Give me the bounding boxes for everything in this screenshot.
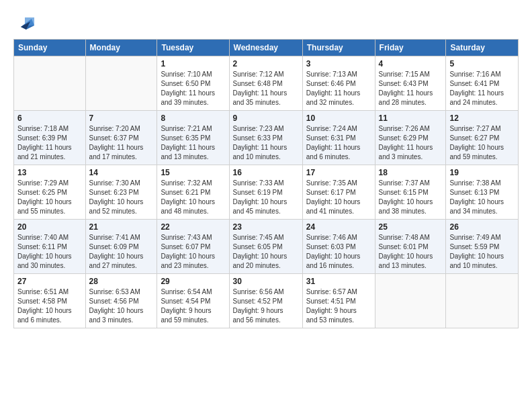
day-info: Sunrise: 7:27 AMSunset: 6:27 PMDaylight:…: [449, 124, 515, 162]
day-number: 19: [449, 168, 515, 177]
logo: [13, 11, 37, 32]
day-cell: 14Sunrise: 7:30 AMSunset: 6:23 PMDayligh…: [85, 165, 157, 220]
day-info: Sunrise: 7:23 AMSunset: 6:33 PMDaylight:…: [233, 124, 299, 162]
day-cell: 21Sunrise: 7:41 AMSunset: 6:09 PMDayligh…: [85, 220, 157, 274]
weekday-header-row: SundayMondayTuesdayWednesdayThursdayFrid…: [14, 40, 519, 56]
day-number: 2: [233, 59, 299, 68]
weekday-header-wednesday: Wednesday: [229, 40, 302, 56]
day-info: Sunrise: 7:43 AMSunset: 6:07 PMDaylight:…: [161, 233, 225, 271]
day-number: 22: [161, 222, 225, 232]
day-info: Sunrise: 7:40 AMSunset: 6:11 PMDaylight:…: [17, 233, 82, 271]
week-row-1: 1Sunrise: 7:10 AMSunset: 6:50 PMDaylight…: [14, 56, 519, 111]
day-info: Sunrise: 7:45 AMSunset: 6:05 PMDaylight:…: [233, 233, 299, 271]
day-number: 21: [89, 222, 154, 232]
day-cell: 10Sunrise: 7:24 AMSunset: 6:31 PMDayligh…: [302, 111, 375, 165]
day-info: Sunrise: 7:13 AMSunset: 6:46 PMDaylight:…: [306, 70, 371, 107]
day-info: Sunrise: 6:56 AMSunset: 4:52 PMDaylight:…: [233, 287, 299, 325]
day-cell: [85, 56, 157, 111]
day-info: Sunrise: 7:26 AMSunset: 6:29 PMDaylight:…: [379, 124, 443, 162]
day-number: 29: [161, 277, 225, 286]
header: [13, 11, 519, 32]
day-cell: 8Sunrise: 7:21 AMSunset: 6:35 PMDaylight…: [157, 111, 229, 165]
day-info: Sunrise: 7:29 AMSunset: 6:25 PMDaylight:…: [17, 179, 82, 216]
day-cell: 16Sunrise: 7:33 AMSunset: 6:19 PMDayligh…: [229, 165, 302, 220]
day-info: Sunrise: 7:37 AMSunset: 6:15 PMDaylight:…: [379, 179, 443, 216]
weekday-header-sunday: Sunday: [14, 40, 86, 56]
day-info: Sunrise: 7:20 AMSunset: 6:37 PMDaylight:…: [89, 124, 154, 162]
day-cell: 24Sunrise: 7:46 AMSunset: 6:03 PMDayligh…: [302, 220, 375, 274]
day-number: 4: [379, 59, 443, 68]
day-number: 24: [306, 222, 371, 232]
day-info: Sunrise: 7:16 AMSunset: 6:41 PMDaylight:…: [449, 70, 515, 107]
day-info: Sunrise: 7:49 AMSunset: 5:59 PMDaylight:…: [449, 233, 515, 271]
weekday-header-friday: Friday: [375, 40, 446, 56]
weekday-header-saturday: Saturday: [446, 40, 519, 56]
day-cell: 9Sunrise: 7:23 AMSunset: 6:33 PMDaylight…: [229, 111, 302, 165]
day-number: 27: [17, 277, 82, 286]
day-cell: 2Sunrise: 7:12 AMSunset: 6:48 PMDaylight…: [229, 56, 302, 111]
day-info: Sunrise: 7:48 AMSunset: 6:01 PMDaylight:…: [379, 233, 443, 271]
day-info: Sunrise: 7:12 AMSunset: 6:48 PMDaylight:…: [233, 70, 299, 107]
week-row-2: 6Sunrise: 7:18 AMSunset: 6:39 PMDaylight…: [14, 111, 519, 165]
day-info: Sunrise: 7:46 AMSunset: 6:03 PMDaylight:…: [306, 233, 371, 271]
day-number: 6: [17, 113, 82, 123]
day-info: Sunrise: 7:18 AMSunset: 6:39 PMDaylight:…: [17, 124, 82, 162]
week-row-4: 20Sunrise: 7:40 AMSunset: 6:11 PMDayligh…: [14, 220, 519, 274]
day-info: Sunrise: 7:38 AMSunset: 6:13 PMDaylight:…: [449, 179, 515, 216]
day-cell: 11Sunrise: 7:26 AMSunset: 6:29 PMDayligh…: [375, 111, 446, 165]
day-number: 5: [449, 59, 515, 68]
weekday-header-monday: Monday: [85, 40, 157, 56]
day-info: Sunrise: 7:24 AMSunset: 6:31 PMDaylight:…: [306, 124, 371, 162]
day-info: Sunrise: 7:10 AMSunset: 6:50 PMDaylight:…: [161, 70, 225, 107]
day-cell: [14, 56, 86, 111]
day-info: Sunrise: 7:32 AMSunset: 6:21 PMDaylight:…: [161, 179, 225, 216]
day-number: 17: [306, 168, 371, 177]
day-cell: 25Sunrise: 7:48 AMSunset: 6:01 PMDayligh…: [375, 220, 446, 274]
day-number: 3: [306, 59, 371, 68]
day-cell: 13Sunrise: 7:29 AMSunset: 6:25 PMDayligh…: [14, 165, 86, 220]
day-cell: 19Sunrise: 7:38 AMSunset: 6:13 PMDayligh…: [446, 165, 519, 220]
day-number: 7: [89, 113, 154, 123]
day-number: 13: [17, 168, 82, 177]
day-cell: 7Sunrise: 7:20 AMSunset: 6:37 PMDaylight…: [85, 111, 157, 165]
day-number: 14: [89, 168, 154, 177]
weekday-header-tuesday: Tuesday: [157, 40, 229, 56]
day-info: Sunrise: 6:54 AMSunset: 4:54 PMDaylight:…: [161, 287, 225, 325]
logo-icon: [15, 11, 37, 32]
day-number: 9: [233, 113, 299, 123]
day-cell: 3Sunrise: 7:13 AMSunset: 6:46 PMDaylight…: [302, 56, 375, 111]
day-number: 16: [233, 168, 299, 177]
day-cell: [446, 274, 519, 328]
day-cell: 1Sunrise: 7:10 AMSunset: 6:50 PMDaylight…: [157, 56, 229, 111]
day-info: Sunrise: 7:41 AMSunset: 6:09 PMDaylight:…: [89, 233, 154, 271]
day-number: 11: [379, 113, 443, 123]
day-cell: 27Sunrise: 6:51 AMSunset: 4:58 PMDayligh…: [14, 274, 86, 328]
week-row-3: 13Sunrise: 7:29 AMSunset: 6:25 PMDayligh…: [14, 165, 519, 220]
day-number: 23: [233, 222, 299, 232]
day-cell: 15Sunrise: 7:32 AMSunset: 6:21 PMDayligh…: [157, 165, 229, 220]
page: SundayMondayTuesdayWednesdayThursdayFrid…: [0, 0, 532, 411]
day-cell: 29Sunrise: 6:54 AMSunset: 4:54 PMDayligh…: [157, 274, 229, 328]
day-info: Sunrise: 7:30 AMSunset: 6:23 PMDaylight:…: [89, 179, 154, 216]
day-number: 26: [449, 222, 515, 232]
day-info: Sunrise: 6:53 AMSunset: 4:56 PMDaylight:…: [89, 287, 154, 325]
week-row-5: 27Sunrise: 6:51 AMSunset: 4:58 PMDayligh…: [14, 274, 519, 328]
day-info: Sunrise: 7:35 AMSunset: 6:17 PMDaylight:…: [306, 179, 371, 216]
day-info: Sunrise: 7:21 AMSunset: 6:35 PMDaylight:…: [161, 124, 225, 162]
day-cell: 28Sunrise: 6:53 AMSunset: 4:56 PMDayligh…: [85, 274, 157, 328]
day-info: Sunrise: 6:57 AMSunset: 4:51 PMDaylight:…: [306, 287, 371, 325]
day-cell: 17Sunrise: 7:35 AMSunset: 6:17 PMDayligh…: [302, 165, 375, 220]
weekday-header-thursday: Thursday: [302, 40, 375, 56]
day-number: 12: [449, 113, 515, 123]
day-cell: 20Sunrise: 7:40 AMSunset: 6:11 PMDayligh…: [14, 220, 86, 274]
day-info: Sunrise: 7:33 AMSunset: 6:19 PMDaylight:…: [233, 179, 299, 216]
day-cell: 12Sunrise: 7:27 AMSunset: 6:27 PMDayligh…: [446, 111, 519, 165]
day-cell: 30Sunrise: 6:56 AMSunset: 4:52 PMDayligh…: [229, 274, 302, 328]
day-number: 15: [161, 168, 225, 177]
day-number: 8: [161, 113, 225, 123]
day-cell: 4Sunrise: 7:15 AMSunset: 6:43 PMDaylight…: [375, 56, 446, 111]
day-info: Sunrise: 6:51 AMSunset: 4:58 PMDaylight:…: [17, 287, 82, 325]
day-info: Sunrise: 7:15 AMSunset: 6:43 PMDaylight:…: [379, 70, 443, 107]
day-number: 28: [89, 277, 154, 286]
day-cell: 6Sunrise: 7:18 AMSunset: 6:39 PMDaylight…: [14, 111, 86, 165]
